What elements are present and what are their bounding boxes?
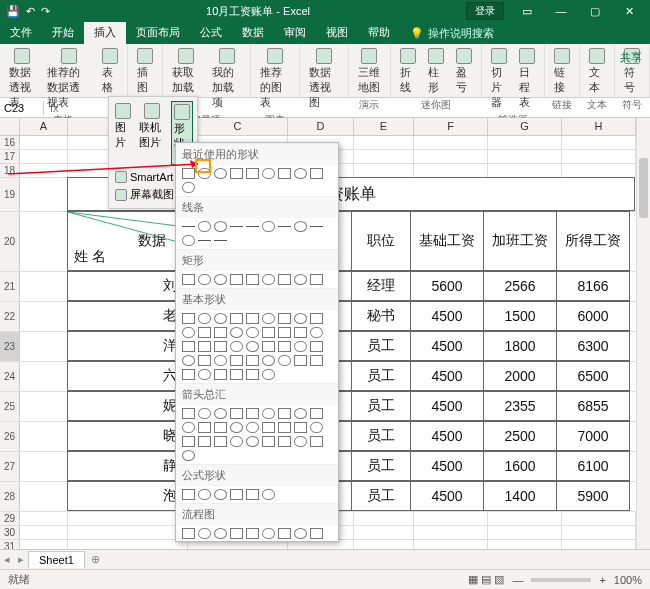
data-cell[interactable]: 员工 bbox=[351, 421, 411, 451]
new-sheet-icon[interactable]: ⊕ bbox=[85, 553, 106, 566]
shape-option[interactable] bbox=[246, 274, 259, 285]
shape-option[interactable] bbox=[246, 436, 259, 447]
shape-option[interactable] bbox=[214, 327, 227, 338]
tab-插入[interactable]: 插入 bbox=[84, 22, 126, 44]
data-cell[interactable]: 员工 bbox=[351, 361, 411, 391]
shape-option[interactable] bbox=[294, 168, 307, 179]
col-header[interactable]: D bbox=[288, 118, 354, 135]
shape-option[interactable] bbox=[182, 226, 195, 227]
shape-option[interactable] bbox=[182, 369, 195, 380]
shape-option[interactable] bbox=[246, 355, 259, 366]
data-cell[interactable]: 秘书 bbox=[351, 301, 411, 331]
ribbon-btn[interactable]: 三维地图 bbox=[355, 46, 384, 97]
data-cell[interactable]: 2000 bbox=[483, 361, 557, 391]
ribbon-btn[interactable]: 柱形 bbox=[425, 46, 447, 97]
data-cell[interactable]: 2355 bbox=[483, 391, 557, 421]
shape-option[interactable] bbox=[262, 408, 275, 419]
data-cell[interactable]: 1800 bbox=[483, 331, 557, 361]
shape-option[interactable] bbox=[182, 235, 195, 246]
ribbon-options-icon[interactable]: ▭ bbox=[512, 5, 542, 18]
tab-视图[interactable]: 视图 bbox=[316, 22, 358, 44]
row-header[interactable]: 24 bbox=[0, 362, 20, 391]
shape-option[interactable] bbox=[182, 436, 195, 447]
shape-option[interactable] bbox=[246, 489, 259, 500]
data-cell[interactable]: 7000 bbox=[556, 421, 630, 451]
sheet-tab[interactable]: Sheet1 bbox=[28, 551, 85, 568]
shape-option[interactable] bbox=[198, 422, 211, 433]
data-cell[interactable]: 4500 bbox=[410, 331, 484, 361]
shape-option[interactable] bbox=[182, 355, 195, 366]
data-cell[interactable]: 4500 bbox=[410, 301, 484, 331]
shape-option[interactable] bbox=[294, 341, 307, 352]
shape-option[interactable] bbox=[182, 341, 195, 352]
shape-option[interactable] bbox=[262, 221, 275, 232]
online-pictures-button[interactable]: 联机图片 bbox=[137, 101, 167, 165]
shape-option[interactable] bbox=[198, 341, 211, 352]
row-header[interactable]: 29 bbox=[0, 512, 20, 525]
maximize-icon[interactable]: ▢ bbox=[580, 5, 610, 18]
shape-option[interactable] bbox=[278, 355, 291, 366]
shape-option[interactable] bbox=[198, 313, 211, 324]
data-cell[interactable]: 4500 bbox=[410, 421, 484, 451]
tab-公式[interactable]: 公式 bbox=[190, 22, 232, 44]
shape-option[interactable] bbox=[294, 274, 307, 285]
ribbon-btn[interactable]: 文本 bbox=[586, 46, 608, 97]
ribbon-btn[interactable]: 我的加载项 bbox=[209, 46, 244, 112]
shape-option[interactable] bbox=[310, 436, 323, 447]
shape-option[interactable] bbox=[246, 422, 259, 433]
select-all-cell[interactable] bbox=[0, 118, 20, 135]
shape-option[interactable] bbox=[294, 436, 307, 447]
row-header[interactable]: 25 bbox=[0, 392, 20, 421]
shape-option[interactable] bbox=[310, 327, 323, 338]
shape-option[interactable] bbox=[182, 450, 195, 461]
shape-option[interactable] bbox=[262, 528, 275, 539]
row-header[interactable]: 20 bbox=[0, 212, 20, 271]
data-cell[interactable]: 4500 bbox=[410, 391, 484, 421]
shape-option[interactable] bbox=[198, 408, 211, 419]
data-cell[interactable]: 6855 bbox=[556, 391, 630, 421]
data-cell[interactable]: 5600 bbox=[410, 271, 484, 301]
view-buttons[interactable]: ▦ ▤ ▧ bbox=[468, 573, 504, 586]
shape-option[interactable] bbox=[198, 528, 211, 539]
data-cell[interactable]: 6300 bbox=[556, 331, 630, 361]
shape-option[interactable] bbox=[214, 528, 227, 539]
row-header[interactable]: 30 bbox=[0, 526, 20, 539]
data-cell[interactable]: 1400 bbox=[483, 481, 557, 511]
shape-option[interactable] bbox=[230, 436, 243, 447]
shape-option[interactable] bbox=[246, 168, 259, 179]
tab-审阅[interactable]: 审阅 bbox=[274, 22, 316, 44]
shape-option[interactable] bbox=[278, 274, 291, 285]
data-cell[interactable]: 1600 bbox=[483, 451, 557, 481]
shape-option[interactable] bbox=[262, 274, 275, 285]
shape-option[interactable] bbox=[310, 408, 323, 419]
shape-option[interactable] bbox=[230, 355, 243, 366]
shape-option[interactable] bbox=[262, 327, 275, 338]
row-header[interactable]: 23 bbox=[0, 332, 20, 361]
ribbon-btn[interactable]: 链接 bbox=[551, 46, 573, 97]
col-header[interactable]: H bbox=[562, 118, 636, 135]
shape-option[interactable] bbox=[214, 408, 227, 419]
signin-button[interactable]: 登录 bbox=[466, 2, 504, 20]
shape-option[interactable] bbox=[278, 226, 291, 227]
data-cell[interactable]: 员工 bbox=[351, 331, 411, 361]
shape-option[interactable] bbox=[294, 221, 307, 232]
ribbon-btn[interactable]: 数据透视表 bbox=[6, 46, 38, 112]
ribbon-btn[interactable]: 推荐的数据透视表 bbox=[44, 46, 92, 112]
ribbon-btn[interactable]: 折线 bbox=[397, 46, 419, 97]
row-header[interactable]: 22 bbox=[0, 302, 20, 331]
shape-option[interactable] bbox=[310, 355, 323, 366]
shape-option[interactable] bbox=[214, 341, 227, 352]
shape-option[interactable] bbox=[246, 528, 259, 539]
data-cell[interactable]: 员工 bbox=[351, 451, 411, 481]
shape-option[interactable] bbox=[278, 408, 291, 419]
shape-option[interactable] bbox=[230, 274, 243, 285]
shape-option[interactable] bbox=[230, 341, 243, 352]
shape-option[interactable] bbox=[278, 341, 291, 352]
tab-开始[interactable]: 开始 bbox=[42, 22, 84, 44]
shape-option[interactable] bbox=[278, 436, 291, 447]
close-icon[interactable]: ✕ bbox=[614, 5, 644, 18]
redo-icon[interactable]: ↷ bbox=[41, 5, 50, 18]
minimize-icon[interactable]: — bbox=[546, 5, 576, 18]
shape-option[interactable] bbox=[262, 422, 275, 433]
tab-页面布局[interactable]: 页面布局 bbox=[126, 22, 190, 44]
